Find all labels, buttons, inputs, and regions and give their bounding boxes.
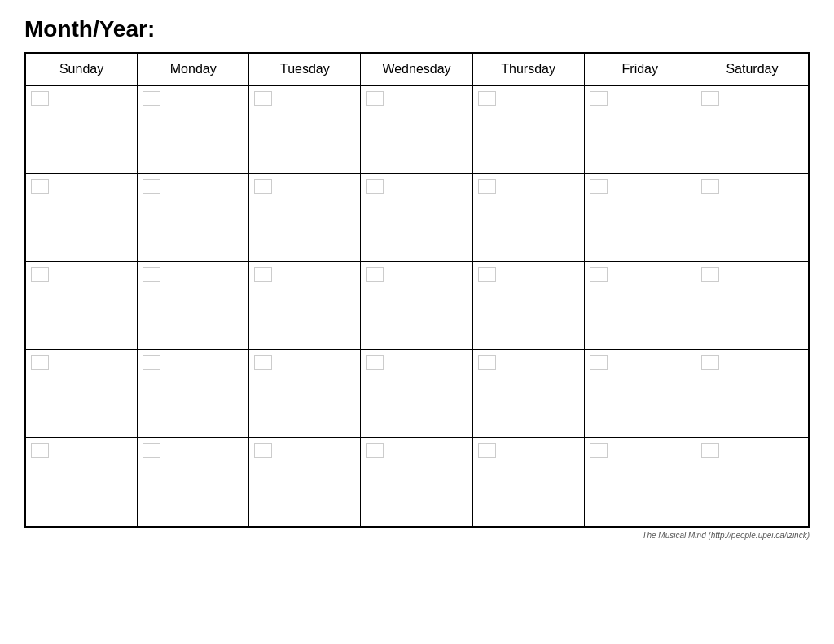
calendar-cell[interactable] xyxy=(361,86,472,173)
calendar-cell[interactable] xyxy=(473,350,585,437)
calendar-cell[interactable] xyxy=(696,174,808,261)
calendar-cell[interactable] xyxy=(249,438,361,526)
calendar-cell[interactable] xyxy=(138,86,249,173)
date-box xyxy=(478,91,496,106)
calendar: Sunday Monday Tuesday Wednesday Thursday… xyxy=(24,52,810,528)
calendar-cell[interactable] xyxy=(138,262,249,349)
calendar-row xyxy=(26,262,808,350)
calendar-cell[interactable] xyxy=(696,438,808,526)
calendar-cell[interactable] xyxy=(138,350,249,437)
date-box xyxy=(31,91,49,106)
date-box xyxy=(143,355,160,370)
date-box xyxy=(254,355,272,370)
calendar-row xyxy=(26,174,808,262)
date-box xyxy=(701,443,719,458)
calendar-cell[interactable] xyxy=(361,174,472,261)
calendar-cell[interactable] xyxy=(26,438,138,526)
date-box xyxy=(143,179,160,194)
date-box xyxy=(590,443,608,458)
date-box xyxy=(254,179,272,194)
date-box xyxy=(31,267,49,282)
page-title: Month/Year: xyxy=(24,16,810,42)
date-box xyxy=(478,267,496,282)
date-box xyxy=(254,91,272,106)
date-box xyxy=(366,355,384,370)
date-box xyxy=(254,267,272,282)
calendar-row xyxy=(26,438,808,526)
calendar-cell[interactable] xyxy=(138,438,249,526)
header-monday: Monday xyxy=(138,54,249,85)
date-box xyxy=(366,91,384,106)
calendar-cell[interactable] xyxy=(696,262,808,349)
calendar-cell[interactable] xyxy=(249,86,361,173)
calendar-cell[interactable] xyxy=(26,174,138,261)
date-box xyxy=(143,443,160,458)
calendar-cell[interactable] xyxy=(696,86,808,173)
date-box xyxy=(478,179,496,194)
calendar-cell[interactable] xyxy=(249,262,361,349)
date-box xyxy=(31,179,49,194)
header-friday: Friday xyxy=(585,54,696,85)
calendar-cell[interactable] xyxy=(361,262,472,349)
date-box xyxy=(701,179,719,194)
date-box xyxy=(701,91,719,106)
calendar-body xyxy=(26,86,808,526)
calendar-header: Sunday Monday Tuesday Wednesday Thursday… xyxy=(26,54,808,86)
header-thursday: Thursday xyxy=(473,54,585,85)
footer-credit: The Musical Mind (http://people.upei.ca/… xyxy=(24,531,810,540)
date-box xyxy=(478,355,496,370)
calendar-row xyxy=(26,86,808,174)
date-box xyxy=(590,91,608,106)
calendar-cell[interactable] xyxy=(249,350,361,437)
date-box xyxy=(590,179,608,194)
header-sunday: Sunday xyxy=(26,54,138,85)
header-wednesday: Wednesday xyxy=(361,54,472,85)
date-box xyxy=(478,443,496,458)
date-box xyxy=(366,267,384,282)
calendar-cell[interactable] xyxy=(473,174,585,261)
calendar-cell[interactable] xyxy=(696,350,808,437)
date-box xyxy=(701,355,719,370)
calendar-cell[interactable] xyxy=(26,350,138,437)
calendar-cell[interactable] xyxy=(473,262,585,349)
calendar-cell[interactable] xyxy=(585,262,696,349)
calendar-row xyxy=(26,350,808,438)
date-box xyxy=(590,267,608,282)
calendar-cell[interactable] xyxy=(585,350,696,437)
date-box xyxy=(366,443,384,458)
calendar-cell[interactable] xyxy=(26,86,138,173)
calendar-cell[interactable] xyxy=(249,174,361,261)
calendar-cell[interactable] xyxy=(138,174,249,261)
calendar-cell[interactable] xyxy=(473,438,585,526)
date-box xyxy=(31,443,49,458)
calendar-cell[interactable] xyxy=(26,262,138,349)
calendar-cell[interactable] xyxy=(585,174,696,261)
calendar-cell[interactable] xyxy=(585,438,696,526)
header-saturday: Saturday xyxy=(696,54,808,85)
date-box xyxy=(143,267,160,282)
date-box xyxy=(590,355,608,370)
date-box xyxy=(366,179,384,194)
date-box xyxy=(254,443,272,458)
calendar-cell[interactable] xyxy=(585,86,696,173)
header-tuesday: Tuesday xyxy=(249,54,361,85)
date-box xyxy=(701,267,719,282)
date-box xyxy=(143,91,160,106)
date-box xyxy=(31,355,49,370)
calendar-cell[interactable] xyxy=(361,350,472,437)
calendar-cell[interactable] xyxy=(361,438,472,526)
calendar-cell[interactable] xyxy=(473,86,585,173)
